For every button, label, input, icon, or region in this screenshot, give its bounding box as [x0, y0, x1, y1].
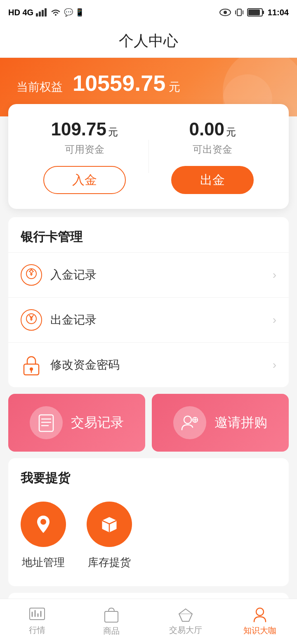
finance-card: 109.75 元 可用资金 入金 0.00 元 可出资金 出金: [8, 104, 289, 209]
svg-rect-12: [248, 9, 260, 15]
bank-section: 银行卡管理 ¥ 入金记录 › ¥ 出金记录: [8, 217, 289, 387]
invite-icon: [173, 406, 206, 439]
deposit-record-icon-circle: ¥: [21, 264, 42, 286]
svg-rect-3: [45, 8, 47, 17]
pickup-section-title: 我要提货: [21, 470, 276, 487]
market-nav-label: 行情: [29, 625, 45, 636]
diamond-nav-icon: [177, 607, 194, 622]
profile-nav-label: 知识大咖: [243, 625, 276, 636]
status-bar: HD 4G 💬 📱 11: [0, 0, 297, 25]
svg-point-4: [55, 14, 57, 16]
yuan-out-icon: ¥: [26, 313, 37, 327]
vibrate-icon: [235, 8, 244, 17]
page-title: 个人中心: [119, 31, 178, 51]
status-bar-left: HD 4G 💬 📱: [8, 8, 84, 17]
person-nav-icon: [252, 607, 267, 623]
deposit-record-label: 入金记录: [50, 267, 273, 283]
inventory-pickup-item[interactable]: 库存提货: [87, 502, 132, 570]
withdrawable-funds-col: 0.00 元 可出资金 出金: [149, 119, 277, 194]
address-management-label: 地址管理: [22, 555, 65, 570]
deposit-record-arrow: ›: [273, 268, 276, 282]
address-icon-circle: [21, 502, 66, 547]
nav-item-products[interactable]: 商品: [74, 602, 148, 641]
equity-label: 当前权益: [16, 79, 63, 95]
equity-unit: 元: [169, 79, 180, 95]
invite-button[interactable]: 邀请拼购: [152, 394, 289, 452]
chart-nav-icon: [29, 607, 45, 622]
inventory-pickup-label: 库存提货: [88, 555, 131, 570]
page-title-bar: 个人中心: [0, 25, 297, 58]
address-management-item[interactable]: 地址管理: [21, 502, 66, 570]
withdraw-record-icon-circle: ¥: [21, 309, 42, 331]
status-bar-right: 11:04: [219, 8, 289, 17]
svg-marker-37: [179, 609, 192, 614]
trade-record-icon: [30, 406, 63, 439]
svg-rect-2: [42, 10, 44, 17]
svg-rect-20: [39, 415, 53, 431]
lock-icon: [21, 354, 42, 376]
deposit-record-item[interactable]: ¥ 入金记录 ›: [8, 252, 289, 297]
withdraw-record-label: 出金记录: [50, 312, 273, 328]
nav-item-market[interactable]: 行情: [0, 603, 74, 640]
withdrawable-funds-amount: 0.00 元: [189, 119, 236, 140]
svg-point-24: [184, 416, 191, 424]
eye-icon: [219, 8, 231, 17]
trade-hall-nav-label: 交易大厅: [169, 625, 202, 636]
bank-section-title: 银行卡管理: [8, 217, 289, 252]
inventory-icon-circle: [87, 502, 132, 547]
svg-rect-7: [237, 9, 241, 16]
withdraw-record-item[interactable]: ¥ 出金记录 ›: [8, 297, 289, 342]
action-buttons-row: 交易记录 邀请拼购: [8, 394, 289, 452]
trade-record-label: 交易记录: [71, 414, 124, 432]
svg-point-28: [40, 519, 46, 525]
svg-rect-1: [39, 12, 41, 17]
change-password-label: 修改资金密码: [50, 357, 273, 373]
withdrawable-funds-label: 可出资金: [193, 143, 232, 156]
signal-icon: [36, 8, 47, 17]
deposit-button[interactable]: 入金: [43, 166, 126, 194]
withdraw-button[interactable]: 出金: [171, 166, 254, 194]
svg-rect-35: [105, 611, 118, 622]
pickup-section: 我要提货 地址管理 库存提货: [8, 458, 289, 586]
svg-text:¥: ¥: [30, 270, 33, 277]
yuan-in-icon: ¥: [26, 268, 37, 282]
shop-nav-icon: [104, 606, 119, 623]
wifi-icon: [50, 8, 61, 17]
change-password-arrow: ›: [273, 358, 276, 372]
svg-marker-36: [179, 609, 192, 621]
battery-icon: [247, 8, 264, 17]
invite-label: 邀请拼购: [214, 414, 267, 432]
available-funds-label: 可用资金: [65, 143, 104, 156]
msg-icons: 💬 📱: [64, 8, 84, 17]
nav-item-profile[interactable]: 知识大咖: [223, 603, 297, 640]
products-nav-label: 商品: [103, 625, 120, 637]
trade-record-button[interactable]: 交易记录: [8, 394, 145, 452]
svg-rect-0: [36, 13, 38, 17]
svg-rect-11: [262, 11, 264, 14]
network-indicator: HD 4G: [8, 8, 33, 17]
svg-point-38: [256, 608, 264, 616]
available-funds-amount: 109.75 元: [51, 119, 118, 140]
svg-point-6: [224, 11, 227, 14]
equity-value: 10559.75: [73, 70, 165, 96]
time-display: 11:04: [268, 8, 289, 17]
change-password-item[interactable]: 修改资金密码 ›: [8, 342, 289, 387]
withdraw-record-arrow: ›: [273, 313, 276, 327]
available-funds-col: 109.75 元 可用资金 入金: [21, 119, 148, 194]
nav-item-trade-hall[interactable]: 交易大厅: [148, 603, 223, 640]
bottom-navigation: 行情 商品 交易大厅 知识大咖: [0, 599, 297, 644]
pickup-icons-row: 地址管理 库存提货: [21, 502, 276, 570]
